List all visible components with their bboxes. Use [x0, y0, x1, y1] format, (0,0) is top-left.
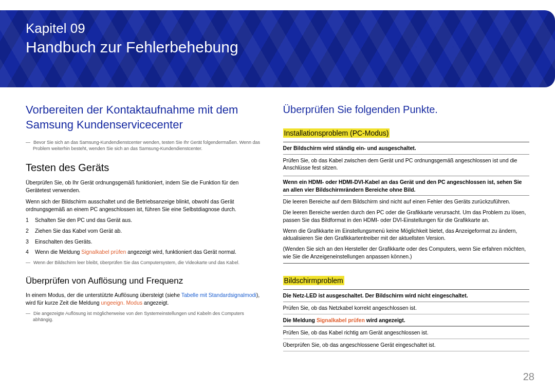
- screen-problem-label: Bildschirmproblem: [283, 276, 344, 285]
- step-3: Einschalten des Geräts.: [35, 238, 263, 246]
- resolution-heading: Überprüfen von Auflösung und Frequenz: [26, 276, 263, 286]
- install-row2-body: Die leeren Bereiche auf dem Bildschirm s…: [283, 196, 529, 260]
- install-problem-table: Der Bildschirm wird ständig ein- und aus…: [283, 142, 529, 264]
- test-paragraph-1: Überprüfen Sie, ob Ihr Gerät ordnungsgem…: [26, 179, 263, 194]
- page-number: 28: [523, 371, 534, 383]
- signal-modes-link[interactable]: Tabelle mit Standardsignalmodi: [181, 292, 256, 298]
- chapter-label: Kapitel 09: [26, 21, 529, 36]
- screen-row2-b1: Prüfen Sie, ob das Kabel richtig am Gerä…: [283, 326, 529, 339]
- install-row1-body: Prüfen Sie, ob das Kabel zwischen dem Ge…: [283, 155, 529, 176]
- step-1: Schalten Sie den PC und das Gerät aus.: [35, 216, 263, 225]
- blank-screen-note: Wenn der Bildschirm leer bleibt, überprü…: [26, 259, 263, 266]
- test-device-heading: Testen des Geräts: [26, 162, 263, 174]
- test-paragraph-2: Wenn sich der Bildschirm ausschaltet und…: [26, 198, 263, 213]
- screen-row2-head: Die Meldung Signalkabel prüfen wird ange…: [283, 314, 529, 327]
- manual-page: Kapitel 09 Handbuch zur Fehlerbehebung V…: [0, 10, 555, 362]
- install-row2-b1: Die leeren Bereiche auf dem Bildschirm s…: [283, 198, 529, 206]
- section-divider: [283, 263, 529, 264]
- step-4-post: angezeigt wird, funktioniert das Gerät n…: [126, 249, 236, 255]
- install-row2-b2: Die leeren Bereiche werden durch den PC …: [283, 209, 529, 223]
- check-points-heading: Überprüfen Sie folgenden Punkte.: [283, 103, 529, 116]
- screen-row2-post: wird angezeigt.: [365, 317, 405, 323]
- install-row2-head: Wenn ein HDMI- oder HDMI-DVI-Kabel an da…: [283, 176, 529, 196]
- resolution-paragraph: In einem Modus, der die unterstützte Auf…: [26, 291, 263, 306]
- left-column: Vorbereiten der Kontaktaufnahme mit dem …: [26, 103, 263, 351]
- install-row2-b4: (Wenden Sie sich an den Hersteller der G…: [283, 245, 529, 260]
- screen-row2-red: Signalkabel prüfen: [317, 317, 365, 323]
- install-row1-head: Der Bildschirm wird ständig ein- und aus…: [283, 142, 529, 155]
- resolution-text-post: angezeigt.: [142, 300, 169, 306]
- step-4: Wenn die Meldung Signalkabel prüfen ange…: [35, 248, 263, 256]
- test-steps-list: Schalten Sie den PC und das Gerät aus. Z…: [26, 216, 263, 256]
- screen-row1-head: Die Netz-LED ist ausgeschaltet. Der Bild…: [283, 289, 529, 302]
- resolution-red: ungeeign. Modus: [101, 300, 142, 306]
- resolution-text-pre: In einem Modus, der die unterstützte Auf…: [26, 292, 181, 298]
- step-2: Ziehen Sie das Kabel vom Gerät ab.: [35, 227, 263, 235]
- contact-heading: Vorbereiten der Kontaktaufnahme mit dem …: [26, 103, 263, 132]
- chapter-header: Kapitel 09 Handbuch zur Fehlerbehebung: [0, 10, 555, 87]
- install-problem-label: Installationsproblem (PC-Modus): [283, 128, 390, 138]
- pre-contact-note: Bevor Sie sich an das Samsung-Kundendien…: [26, 139, 263, 152]
- step-4-pre: Wenn die Meldung: [35, 249, 81, 255]
- step-4-red: Signalkabel prüfen: [81, 249, 126, 255]
- resolution-note: Die angezeigte Auflösung ist möglicherwe…: [26, 310, 263, 323]
- screen-row2-pre: Die Meldung: [283, 317, 317, 323]
- install-row2-b3: Wenn die Grafikkarte im Einstellungsmenü…: [283, 227, 529, 242]
- content-columns: Vorbereiten der Kontaktaufnahme mit dem …: [26, 103, 529, 351]
- screen-row2-b2: Überprüfen Sie, ob das angeschlossene Ge…: [283, 339, 529, 351]
- right-column: Überprüfen Sie folgenden Punkte. Install…: [283, 103, 529, 351]
- screen-row1-body: Prüfen Sie, ob das Netzkabel korrekt ang…: [283, 302, 529, 314]
- screen-problem-table: Die Netz-LED ist ausgeschaltet. Der Bild…: [283, 289, 529, 351]
- chapter-title: Handbuch zur Fehlerbehebung: [26, 39, 529, 56]
